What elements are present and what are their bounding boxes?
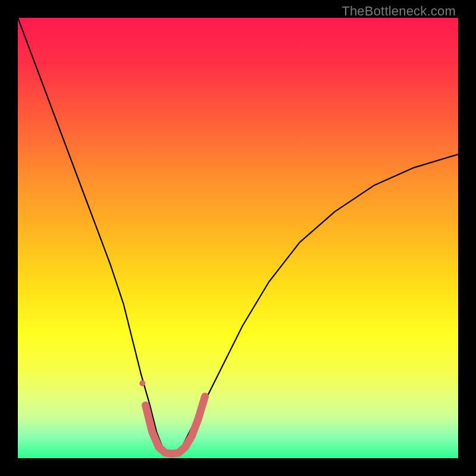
- gradient-background: [18, 18, 458, 458]
- bottleneck-chart: [18, 18, 458, 458]
- watermark-text: TheBottleneck.com: [342, 4, 456, 19]
- outlier-dot: [139, 380, 145, 386]
- chart-frame: [18, 18, 458, 458]
